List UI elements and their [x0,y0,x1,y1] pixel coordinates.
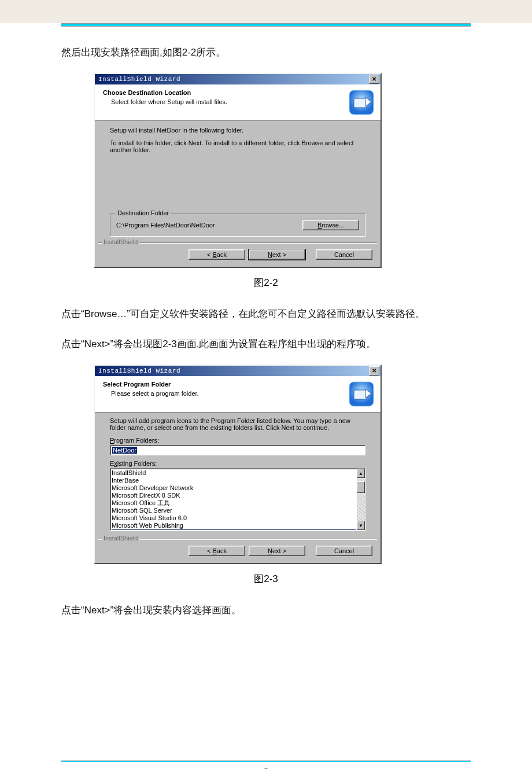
program-folders-input[interactable]: NetDoor [110,445,365,455]
destination-path: C:\Program Files\NetDoor\NetDoor [116,222,298,229]
titlebar[interactable]: InstallShield Wizard ✕ [95,74,380,84]
svg-rect-1 [354,98,367,108]
titlebar[interactable]: InstallShield Wizard ✕ [95,366,380,376]
next-button[interactable]: Next > [249,546,305,556]
intro-paragraph: 然后出现安装路径画面,如图2-2所示。 [35,43,497,62]
wizard-subheading: Please select a program folder. [111,390,348,397]
list-item[interactable]: Microsoft SQL Server [112,507,356,514]
wizard-heading: Select Program Folder [103,381,348,388]
cancel-button[interactable]: Cancel [316,249,372,260]
existing-folders-listbox[interactable]: InstallShieldInterBaseMicrosoft Develope… [110,468,365,531]
close-icon[interactable]: ✕ [369,366,379,376]
close-icon[interactable]: ✕ [369,75,379,84]
page-footer-rule [61,760,471,762]
body-line-2: To install to this folder, click Next. T… [110,139,365,153]
figure-caption-2: 图2-3 [35,572,497,586]
button-row: < Back Next > Cancel [95,244,380,267]
list-item[interactable]: Microsoft Office 工具 [112,499,356,507]
scroll-thumb[interactable] [357,481,365,493]
figure-caption-1: 图2-2 [35,276,497,289]
destination-label: Destination Folder [115,209,171,216]
list-item[interactable]: Microsoft Web Publishing [112,522,356,529]
scroll-up-icon[interactable]: ▲ [357,469,365,478]
wizard-banner: Select Program Folder Please select a pr… [95,376,380,413]
brand-label: InstallShield [102,535,139,542]
footer-separator: InstallShield [98,242,377,244]
next-button[interactable]: Next > [249,249,305,260]
para-browse: 点击“Browse…”可自定义软件安装路径，在此您可不自定义路径而选默认安装路径… [35,304,497,324]
page-header-rule [61,23,471,27]
wizard-client: Setup will install NetDoor in the follow… [95,121,380,240]
destination-fieldset: Destination Folder C:\Program Files\NetD… [110,214,365,237]
wizard-banner: Choose Destination Location Select folde… [95,84,380,121]
para-final: 点击“Next>”将会出现安装内容选择画面。 [35,601,497,620]
body-text: Setup will add program icons to the Prog… [110,417,365,431]
list-item[interactable]: InstallShield [112,469,356,477]
list-item[interactable]: Microsoft Visual Studio 6.0 [112,514,356,522]
list-item[interactable]: Microsoft Developer Network [112,484,356,492]
installshield-window-program-folder: InstallShield Wizard ✕ Select Program Fo… [94,365,382,564]
body-line-1: Setup will install NetDoor in the follow… [110,127,365,134]
wizard-subheading: Select folder where Setup will install f… [111,98,348,105]
window-title: InstallShield Wizard [96,367,369,374]
list-item[interactable]: Microsoft DirectX 8 SDK [112,492,356,499]
program-folders-label: Program Folders: [110,437,365,444]
installer-icon [348,89,375,116]
page-number: 2 [35,767,497,769]
brand-label: InstallShield [102,238,139,245]
list-item[interactable]: Netdoor [112,529,356,530]
scrollbar[interactable]: ▲ ▼ [357,469,365,530]
back-button[interactable]: < Back [189,249,245,260]
browse-button[interactable]: Browse... [302,220,359,230]
svg-rect-3 [354,390,367,399]
wizard-heading: Choose Destination Location [103,89,348,96]
back-button[interactable]: < Back [189,546,245,556]
cancel-button[interactable]: Cancel [316,546,372,556]
installshield-window-destination: InstallShield Wizard ✕ Choose Destinatio… [94,73,382,268]
footer-separator: InstallShield [98,539,377,540]
installer-icon [348,381,375,407]
para-next: 点击“Next>”将会出现图2-3画面,此画面为设置在程序组中出现的程序项。 [35,334,497,354]
list-item[interactable]: InterBase [112,477,356,484]
window-title: InstallShield Wizard [96,76,369,83]
scroll-down-icon[interactable]: ▼ [357,521,365,530]
button-row: < Back Next > Cancel [95,540,380,563]
existing-folders-label: Existing Folders: [110,460,365,467]
wizard-client: Setup will add program icons to the Prog… [95,413,380,536]
